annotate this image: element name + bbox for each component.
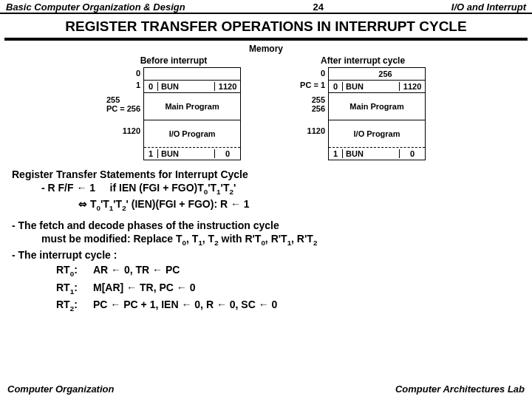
table-row: 256 xyxy=(329,68,425,81)
op-rt1: RT1: M[AR] ← TR, PC ← 0 xyxy=(56,281,520,297)
table-row: 0 BUN 1120 xyxy=(144,81,240,93)
op-rt0: RT0: AR ← 0, TR ← PC xyxy=(56,263,520,279)
page-footer: Computer Organization Computer Architect… xyxy=(0,383,532,395)
after-caption: After interrupt cycle xyxy=(321,55,405,66)
before-caption: Before interrupt xyxy=(140,55,208,66)
before-block: Before interrupt 0 1 255 PC = 256 1120 0… xyxy=(106,55,241,160)
table-row xyxy=(144,68,240,81)
footer-right: Computer Architectures Lab xyxy=(395,383,525,395)
memory-label: Memory xyxy=(0,44,532,54)
io-prog: I/O Program xyxy=(144,120,240,148)
stmt-line2: ⇔ T0'T1'T2' (IEN)(FGI + FGO): R ← 1 xyxy=(12,197,520,214)
stmt-heading: Register Transfer Statements for Interru… xyxy=(12,168,520,181)
after-block: After interrupt cycle 0 PC = 1 255 256 1… xyxy=(300,55,426,160)
footer-left: Computer Organization xyxy=(7,383,114,395)
io-prog: I/O Program xyxy=(329,120,425,148)
main-prog: Main Program xyxy=(329,93,425,120)
table-row: 1 BUN 0 xyxy=(144,148,240,160)
para1b: must be modified: Replace T0, T1, T2 wit… xyxy=(12,232,520,248)
before-table: 0 BUN 1120 Main Program I/O Program 1 BU… xyxy=(143,67,241,160)
para2: - The interrupt cycle : xyxy=(12,248,520,262)
stmt-line1: - R F/F ← 1 if IEN (FGI + FGO)T0'T1'T2' xyxy=(12,181,520,197)
main-prog: Main Program xyxy=(144,93,240,120)
header-left: Basic Computer Organization & Design xyxy=(6,1,185,13)
after-table: 256 0 BUN 1120 Main Program I/O Program … xyxy=(328,67,426,160)
header-right: I/O and Interrupt xyxy=(451,1,526,13)
page-number: 24 xyxy=(313,1,324,13)
table-row: 0 BUN 1120 xyxy=(329,81,425,93)
page-header: Basic Computer Organization & Design 24 … xyxy=(0,0,532,14)
before-addr-col: 0 1 255 PC = 256 1120 xyxy=(106,67,143,160)
micro-ops: RT0: AR ← 0, TR ← PC RT1: M[AR] ← TR, PC… xyxy=(12,263,520,314)
title-bar xyxy=(4,38,528,41)
op-rt2: RT2: PC ← PC + 1, IEN ← 0, R ← 0, SC ← 0 xyxy=(56,298,520,314)
page-title: REGISTER TRANSFER OPERATIONS IN INTERRUP… xyxy=(0,14,532,38)
after-addr-col: 0 PC = 1 255 256 1120 xyxy=(300,67,328,160)
memory-diagrams: Before interrupt 0 1 255 PC = 256 1120 0… xyxy=(0,55,532,160)
table-row: 1 BUN 0 xyxy=(329,148,425,160)
para1: - The fetch and decode phases of the ins… xyxy=(12,219,520,232)
body-text: Register Transfer Statements for Interru… xyxy=(0,160,532,314)
